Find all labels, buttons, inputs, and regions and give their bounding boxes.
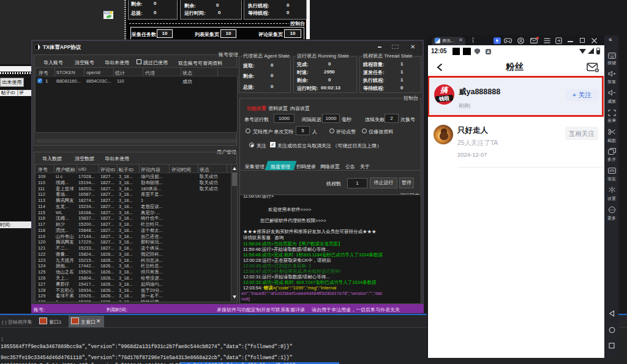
svg-text:APK: APK <box>609 169 615 173</box>
